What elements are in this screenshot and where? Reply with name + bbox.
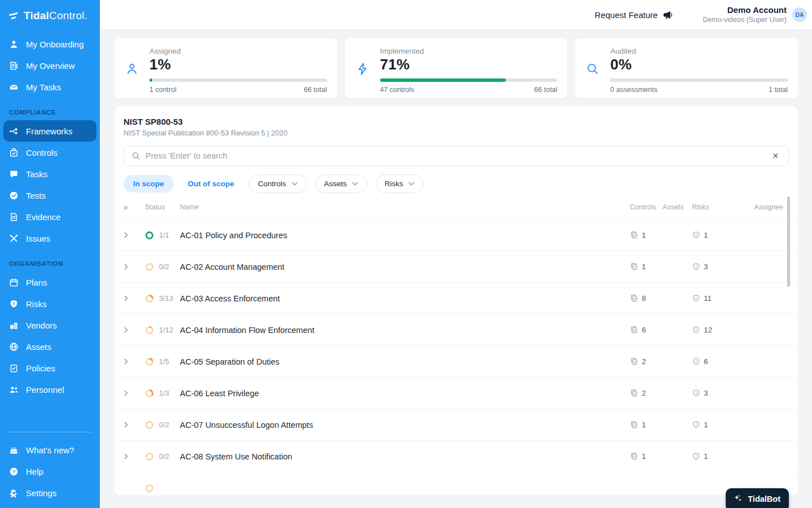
sidebar-item-controls[interactable]: Controls — [3, 142, 96, 163]
sidebar-divider — [8, 432, 92, 432]
sidebar-item-evidence[interactable]: Evidence — [3, 206, 96, 227]
table-row[interactable]: 3/13AC-03 Access Enforcement811 — [114, 282, 798, 314]
row-expand-icon[interactable] — [123, 295, 145, 301]
status-donut: 0/2 — [145, 452, 180, 461]
status-fraction: 1/5 — [159, 357, 169, 366]
sidebar-item-vendors[interactable]: Vendors — [3, 314, 96, 336]
sidebar-item-tests[interactable]: Tests — [3, 185, 96, 206]
status-fraction: 0/2 — [159, 262, 169, 271]
risk-shield-icon — [692, 294, 700, 303]
sidebar-item-tasks[interactable]: Tasks — [3, 163, 96, 185]
search-bar[interactable]: ✕ — [123, 146, 789, 166]
table-row[interactable]: 1/1AC-01 Policy and Procedures11 — [114, 219, 798, 251]
row-expand-icon[interactable] — [123, 264, 145, 270]
avatar[interactable]: DA — [792, 7, 807, 22]
stat-right-label: 66 total — [534, 86, 557, 94]
stat-card-assigned: Assigned 1% 1 control 66 total — [114, 38, 337, 98]
sidebar-item-risks[interactable]: Risks — [3, 293, 96, 314]
control-name[interactable]: AC-07 Unsuccessful Logon Attempts — [180, 421, 630, 430]
controls-count: 1 — [630, 421, 663, 429]
status-fraction: 0/2 — [159, 421, 169, 429]
row-expand-icon[interactable] — [123, 327, 145, 333]
sidebar-item-policies[interactable]: Policies — [3, 357, 96, 379]
filter-out-of-scope[interactable]: Out of scope — [188, 179, 235, 188]
control-name[interactable]: AC-03 Access Enforcement — [180, 294, 630, 303]
request-feature-button[interactable]: Request Feature — [595, 10, 674, 20]
status-donut: 0/2 — [145, 421, 180, 430]
table-header: » Status Name Controls Assets Risks Assi… — [114, 195, 798, 219]
filter-in-scope[interactable]: In scope — [123, 175, 174, 192]
magnifier-icon — [584, 47, 601, 90]
sidebar-item-my-tasks[interactable]: My Tasks — [3, 76, 96, 98]
scrollbar-thumb[interactable] — [787, 196, 790, 287]
account-menu[interactable]: Demo Account Demo-videos (Super User) DA — [703, 5, 807, 25]
sidebar-item-label: Issues — [26, 234, 50, 243]
sidebar-item-help[interactable]: ? Help — [3, 461, 96, 482]
table-row[interactable]: 0/2AC-02 Account Management13 — [114, 251, 798, 282]
stat-percent: 1% — [149, 56, 327, 73]
stat-title: Implemented — [380, 47, 558, 55]
sidebar-item-label: Evidence — [26, 212, 61, 222]
status-fraction: 1/3 — [159, 389, 169, 397]
controls-count: 2 — [630, 389, 663, 397]
search-clear-icon[interactable]: ✕ — [770, 151, 781, 161]
search-icon — [131, 151, 140, 160]
tidalbot-label: TidalBot — [748, 494, 780, 503]
sidebar-item-my-onboarding[interactable]: My Onboarding — [3, 33, 96, 55]
search-input[interactable] — [145, 151, 765, 160]
row-expand-icon[interactable] — [123, 358, 145, 365]
sidebar-item-issues[interactable]: Issues — [3, 227, 96, 249]
risk-shield-icon — [692, 452, 700, 461]
column-controls: Controls — [630, 203, 663, 211]
brand-logo[interactable]: TidalControl. — [0, 0, 100, 33]
sidebar-item-whats-new[interactable]: What's new? — [3, 439, 96, 461]
sidebar-item-personnel[interactable]: Personnel — [3, 379, 96, 400]
control-name[interactable]: AC-04 Information Flow Enforcement — [180, 326, 630, 335]
sidebar-item-settings[interactable]: Settings — [3, 482, 96, 503]
table-row[interactable]: 1/3AC-06 Least Privilege23 — [114, 377, 798, 409]
filter-dropdown-controls[interactable]: Controls — [249, 174, 306, 193]
sidebar-item-label: Risks — [26, 299, 47, 309]
controls-count: 1 — [630, 262, 663, 271]
control-name[interactable]: AC-01 Policy and Procedures — [180, 231, 630, 240]
sparkles-icon — [733, 494, 743, 503]
shield-icon — [8, 299, 19, 309]
sidebar-item-my-overview[interactable]: My Overview — [3, 55, 96, 76]
risk-shield-icon — [692, 389, 700, 397]
control-name[interactable]: AC-06 Least Privilege — [180, 389, 630, 398]
status-fraction: 1/1 — [159, 231, 169, 239]
column-risks: Risks — [692, 203, 731, 211]
stat-card-implemented: Implemented 71% 47 controls 66 total — [345, 38, 568, 98]
stat-right-label: 1 total — [769, 86, 788, 94]
table-row[interactable]: 1/5AC-05 Separation of Duties26 — [114, 345, 798, 377]
sidebar-item-plans[interactable]: Plans — [3, 271, 96, 293]
expand-all-icon[interactable]: » — [123, 203, 145, 212]
risks-count: 6 — [692, 357, 731, 366]
tools-icon — [8, 233, 19, 243]
sidebar-item-label: Vendors — [26, 321, 57, 330]
stats-row: Assigned 1% 1 control 66 total Implement… — [114, 38, 798, 98]
table-row[interactable]: 0/2AC-08 System Use Notification11 — [114, 440, 798, 472]
control-name[interactable]: AC-02 Account Management — [180, 262, 630, 271]
sidebar-item-label: Policies — [26, 364, 55, 373]
control-name[interactable]: AC-05 Separation of Duties — [180, 357, 630, 366]
row-expand-icon[interactable] — [123, 422, 145, 428]
row-expand-icon[interactable] — [123, 390, 145, 396]
table-row[interactable]: 0/2AC-07 Unsuccessful Logon Attempts11 — [114, 409, 798, 440]
table-row[interactable]: 1/12AC-04 Information Flow Enforcement61… — [114, 314, 798, 345]
control-name[interactable]: AC-08 System Use Notification — [180, 452, 630, 461]
sidebar-item-frameworks[interactable]: Frameworks — [3, 120, 96, 142]
row-expand-icon[interactable] — [123, 232, 145, 238]
filter-dropdown-risks[interactable]: Risks — [376, 174, 423, 193]
row-expand-icon[interactable] — [123, 453, 145, 459]
status-fraction: 3/13 — [159, 294, 173, 303]
tidalbot-button[interactable]: TidalBot — [726, 488, 789, 508]
risk-shield-icon — [692, 421, 700, 429]
controls-count: 8 — [630, 294, 663, 303]
gear-icon — [8, 488, 19, 498]
filter-dropdown-assets[interactable]: Assets — [315, 174, 368, 193]
table-row[interactable] — [114, 472, 798, 496]
sidebar-item-assets[interactable]: Assets — [3, 336, 96, 357]
request-feature-label: Request Feature — [595, 10, 658, 20]
section-title-organisation: ORGANISATION — [0, 260, 100, 267]
